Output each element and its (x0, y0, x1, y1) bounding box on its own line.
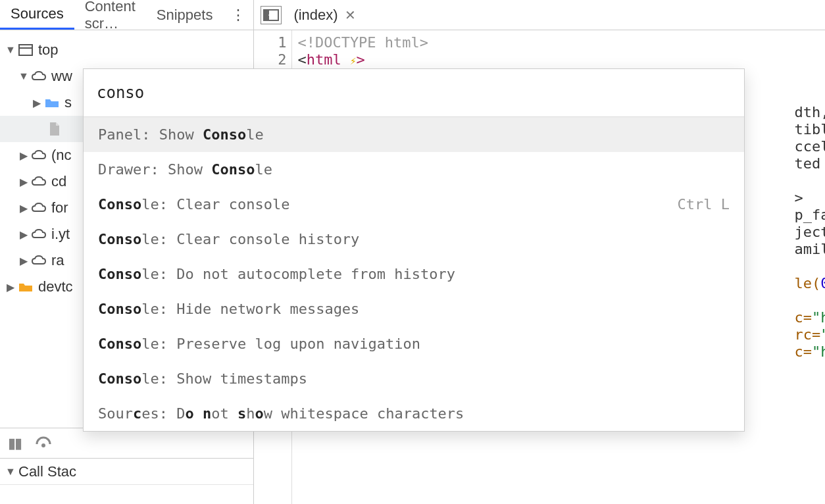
svg-point-2 (41, 443, 45, 447)
cloud-icon (30, 148, 47, 163)
line-number: 2 (254, 51, 286, 68)
command-menu-item[interactable]: Console: Clear consoleCtrl L (84, 187, 744, 222)
tab-sources[interactable]: Sources (0, 0, 74, 30)
command-menu-item[interactable]: Console: Do not autocomplete from histor… (84, 257, 744, 291)
command-menu-item-text: Console: Show timestamps (98, 370, 307, 387)
command-menu-item-text: Console: Clear console (98, 196, 289, 213)
caret-icon[interactable] (18, 202, 29, 214)
caret-icon[interactable] (5, 281, 16, 293)
cloud-icon (30, 227, 47, 241)
tree-label: i.yt (51, 226, 70, 243)
callstack-body (0, 484, 253, 504)
folder-icon (43, 95, 61, 110)
caret-icon[interactable] (18, 176, 29, 188)
tree-label: (nc (51, 147, 72, 164)
cloud-icon (30, 253, 47, 268)
caret-icon[interactable] (18, 255, 29, 267)
command-menu-item[interactable]: Sources: Do not show whitespace characte… (84, 396, 744, 431)
command-menu-item[interactable]: Console: Hide network messages (84, 291, 744, 326)
tree-label: s (64, 94, 72, 111)
callstack-label: Call Stac (18, 463, 76, 480)
tree-label: devtc (38, 278, 73, 295)
command-menu-item-text: Console: Hide network messages (98, 301, 359, 317)
tree-label: cd (51, 173, 66, 190)
callstack-header[interactable]: Call Stac (0, 458, 253, 484)
frame-icon (17, 43, 34, 57)
command-menu-item[interactable]: Console: Show timestamps (84, 361, 744, 396)
sidebar-tabbar: Sources Content scr… Snippets ⋮ (0, 0, 253, 30)
command-menu-item[interactable]: Panel: Show Console (84, 117, 744, 152)
cloud-icon (30, 69, 47, 84)
command-menu-item[interactable]: Console: Clear console history (84, 222, 744, 257)
caret-icon[interactable] (18, 228, 29, 241)
caret-icon[interactable] (18, 149, 29, 162)
command-menu-item-text: Console: Do not autocomplete from histor… (98, 266, 455, 282)
command-menu: Panel: Show ConsoleDrawer: Show ConsoleC… (83, 68, 745, 432)
tab-snippets[interactable]: Snippets (146, 1, 224, 29)
command-menu-list: Panel: Show ConsoleDrawer: Show ConsoleC… (84, 117, 744, 431)
svg-rect-4 (264, 10, 269, 20)
tree-item-top[interactable]: top (0, 37, 253, 63)
caret-icon[interactable] (5, 466, 16, 478)
tree-label: top (38, 41, 59, 59)
cloud-icon (30, 174, 47, 189)
tab-overflow-menu[interactable]: ⋮ (223, 7, 253, 24)
caret-icon[interactable] (5, 44, 16, 56)
command-menu-item-text: Drawer: Show Console (98, 161, 272, 178)
tree-label: ww (51, 68, 72, 85)
command-menu-item-shortcut: Ctrl L (678, 196, 730, 213)
caret-icon[interactable] (32, 97, 42, 109)
svg-rect-0 (19, 45, 32, 55)
tree-label: for (51, 199, 68, 216)
toggle-navigator-button[interactable] (261, 6, 282, 24)
editor-tab-label: (index) (293, 7, 338, 24)
command-menu-item[interactable]: Console: Preserve log upon navigation (84, 326, 744, 361)
command-menu-item-text: Sources: Do not show whitespace characte… (98, 405, 464, 422)
pause-icon[interactable]: ▮▮ (8, 435, 21, 452)
tree-label: ra (51, 252, 64, 269)
file-icon (46, 122, 63, 136)
command-menu-item-text: Panel: Show Console (98, 126, 264, 143)
debugger-toolbar: ▮▮ (0, 428, 253, 458)
editor-tab-index[interactable]: (index) ✕ (288, 3, 361, 28)
command-menu-item-text: Console: Preserve log upon navigation (98, 336, 420, 352)
command-menu-item-text: Console: Clear console history (98, 231, 359, 247)
folder-icon (17, 280, 34, 294)
line-number: 1 (254, 34, 286, 51)
editor-tabbar: (index) ✕ (254, 0, 825, 30)
close-icon[interactable]: ✕ (345, 7, 356, 23)
command-menu-input[interactable] (84, 69, 744, 117)
caret-icon[interactable] (18, 70, 29, 82)
command-menu-item[interactable]: Drawer: Show Console (84, 152, 744, 187)
cloud-icon (30, 201, 47, 215)
step-over-icon[interactable] (36, 435, 54, 451)
